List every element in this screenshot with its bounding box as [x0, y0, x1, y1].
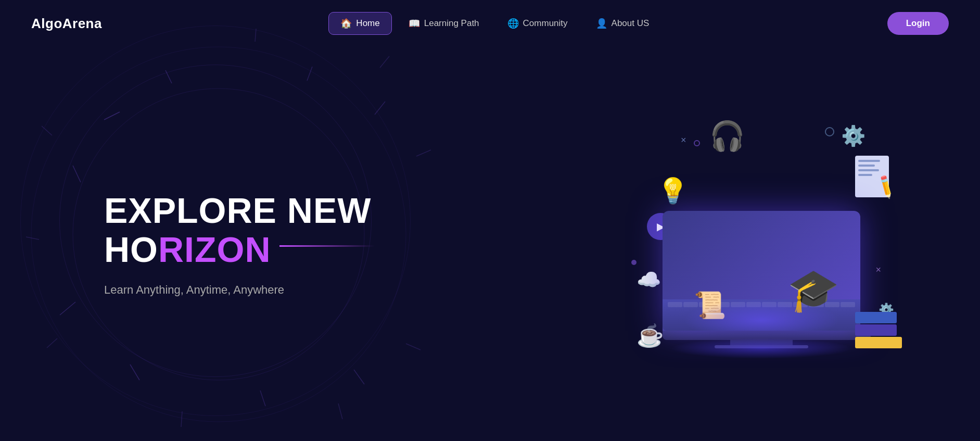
- horizon-divider: [279, 245, 375, 247]
- nav-item-home[interactable]: 🏠 Home: [328, 12, 391, 35]
- nav-label-home: Home: [356, 18, 379, 29]
- globe-icon: 🌐: [507, 18, 519, 29]
- hero-text: EXPLORE NEW HORIZON Learn Anything, Anyt…: [104, 191, 375, 297]
- laptop-screen: 🎓 📜: [663, 211, 860, 331]
- deco-circle-2: [825, 127, 834, 136]
- gear-icon-top: ⚙️: [841, 124, 866, 147]
- hero-title: EXPLORE NEW HORIZON: [104, 191, 375, 269]
- nav-item-about[interactable]: 👤 About US: [584, 12, 661, 34]
- nav-label-about: About US: [612, 18, 650, 29]
- deco-circle-1: [694, 140, 700, 146]
- nav-item-learning-path[interactable]: 📖 Learning Path: [397, 12, 491, 34]
- hero-title-purple: RIZON: [158, 230, 271, 269]
- book-2: [855, 324, 897, 336]
- nav-label-learning-path: Learning Path: [424, 18, 479, 29]
- deco-dot-1: [631, 260, 637, 265]
- book-icon: 📖: [409, 18, 420, 29]
- login-button[interactable]: Login: [887, 12, 949, 35]
- cloud-icon: ☁️: [637, 268, 661, 291]
- hero-title-white: HO: [104, 230, 158, 269]
- bulb-icon: 💡: [657, 177, 689, 206]
- deco-x-2: ×: [875, 264, 881, 275]
- books-stack: [855, 312, 902, 348]
- nav-links: 🏠 Home 📖 Learning Path 🌐 Community 👤 Abo…: [328, 12, 660, 35]
- headphones-icon: 🎧: [709, 119, 745, 153]
- hero-illustration: 🎧 ⚙️ 💡 ▶ ☁️ ☕ ✏️ ⚙️ × ×: [626, 109, 897, 380]
- home-icon: 🏠: [340, 18, 352, 29]
- mug-icon: ☕: [637, 323, 664, 348]
- laptop: 🎓 📜: [663, 211, 860, 348]
- hero-subtitle: Learn Anything, Anytime, Anywhere: [104, 283, 375, 297]
- book-3: [855, 337, 902, 348]
- laptop-base: [663, 331, 871, 340]
- screen-glow: [683, 299, 839, 331]
- person-icon: 👤: [596, 18, 607, 29]
- nav-item-community[interactable]: 🌐 Community: [496, 12, 579, 34]
- laptop-stand: [730, 340, 793, 345]
- navbar: AlgoArena 🏠 Home 📖 Learning Path 🌐 Commu…: [0, 0, 980, 47]
- book-1: [855, 312, 897, 323]
- hero-title-line1: EXPLORE NEW: [104, 191, 375, 230]
- laptop-foot: [715, 345, 808, 348]
- deco-x-1: ×: [681, 135, 686, 146]
- nav-label-community: Community: [523, 18, 568, 29]
- hero-section: EXPLORE NEW HORIZON Learn Anything, Anyt…: [0, 47, 980, 441]
- hero-title-line2: HORIZON: [104, 230, 375, 269]
- logo: AlgoArena: [31, 16, 102, 32]
